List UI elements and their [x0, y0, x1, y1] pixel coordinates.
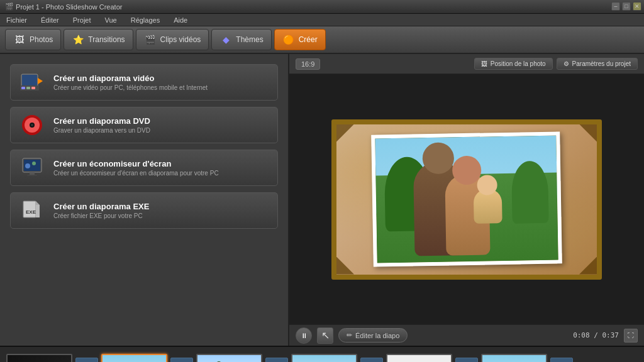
- pause-button[interactable]: ⏸: [296, 327, 312, 344]
- menubar: Fichier Éditer Projet Vue Réglages Aide: [0, 14, 644, 26]
- create-screensaver-title: Créer un économiseur d'écran: [53, 159, 219, 168]
- create-dvd-desc: Graver un diaporama vers un DVD: [53, 127, 150, 134]
- transition-6-7[interactable]: ↔ 2.0: [550, 358, 573, 362]
- monitor-icon: [19, 156, 45, 179]
- create-exe-option[interactable]: EXE Créer un diaporama EXE Créer fichier…: [10, 192, 278, 229]
- transition-4-5[interactable]: ↔ 2.0: [360, 358, 383, 362]
- head-dad: [422, 142, 454, 174]
- toolbar-themes-label: Thèmes: [236, 35, 263, 44]
- svg-point-16: [32, 162, 36, 165]
- film-thumb-3[interactable]: [196, 354, 262, 363]
- create-screensaver-text: Créer un économiseur d'écran Créer un éc…: [53, 159, 219, 177]
- film-item-6: 6 ★ T 3.0: [481, 354, 547, 363]
- create-screensaver-option[interactable]: Créer un économiseur d'écran Créer un éc…: [10, 150, 278, 186]
- photos-icon: 🖼: [13, 33, 26, 46]
- toolbar-photos-button[interactable]: 🖼 Photos: [5, 29, 61, 50]
- menu-fichier[interactable]: Fichier: [4, 15, 30, 25]
- titlebar: 🎬 Projet 1 - Photo Slideshow Creator – □…: [0, 0, 644, 14]
- creer-icon: 🟠: [282, 33, 295, 46]
- transition-3-4[interactable]: ↔ 2.0: [265, 358, 288, 362]
- cursor-button[interactable]: ↖: [317, 327, 333, 344]
- toolbar-clips-label: Clips vidéos: [160, 35, 201, 44]
- time-display: 0:08 / 0:37: [573, 331, 619, 339]
- menu-projet[interactable]: Projet: [70, 15, 94, 25]
- create-dvd-option[interactable]: Créer un diaporama DVD Graver un diapora…: [10, 107, 278, 143]
- svg-point-15: [25, 163, 30, 168]
- create-exe-desc: Créer fichier EXE pour votre PC: [53, 212, 149, 219]
- svg-rect-4: [21, 87, 25, 89]
- svg-marker-2: [38, 78, 43, 84]
- menu-editer[interactable]: Éditer: [38, 15, 62, 25]
- toolbar-transitions-button[interactable]: ⭐ Transitions: [64, 29, 133, 50]
- right-panel: 16:9 🖼 Position de la photo ⚙ Paramètres…: [289, 54, 644, 346]
- close-button[interactable]: ✕: [633, 2, 641, 11]
- create-video-text: Créer un diaporama vidéo Créer une vidéo…: [53, 74, 208, 91]
- person-baby: [474, 189, 502, 224]
- main-area: Créer un diaporama vidéo Créer une vidéo…: [0, 54, 644, 346]
- exe-icon: EXE: [19, 199, 45, 222]
- create-exe-title: Créer un diaporama EXE: [53, 202, 149, 211]
- preview-actions: 🖼 Position de la photo ⚙ Paramètres du p…: [474, 58, 638, 70]
- film-thumb-1[interactable]: [6, 354, 72, 363]
- svg-text:EXE: EXE: [26, 209, 36, 215]
- ratio-badge: 16:9: [296, 58, 320, 70]
- head-baby: [477, 175, 497, 195]
- create-dvd-title: Créer un diaporama DVD: [53, 116, 150, 126]
- menu-vue[interactable]: Vue: [103, 15, 119, 25]
- toolbar-themes-button[interactable]: ◆ Thèmes: [211, 29, 271, 50]
- film-item-5: 5 ★ T 3.0: [386, 354, 452, 363]
- film-item-3: 3 ★ T 3.0: [196, 354, 262, 363]
- maximize-button[interactable]: □: [622, 2, 631, 11]
- toolbar-transitions-label: Transitions: [88, 35, 125, 44]
- photo-position-button[interactable]: 🖼 Position de la photo: [474, 58, 553, 70]
- create-video-option[interactable]: Créer un diaporama vidéo Créer une vidéo…: [10, 64, 278, 101]
- toolbar: 🖼 Photos ⭐ Transitions 🎬 Clips vidéos ◆ …: [0, 26, 644, 54]
- toolbar-creer-button[interactable]: 🟠 Créer: [274, 29, 326, 50]
- preview-photo: [371, 131, 562, 266]
- toolbar-creer-label: Créer: [299, 35, 318, 44]
- svg-marker-18: [36, 201, 40, 205]
- menu-reglages[interactable]: Réglages: [128, 15, 162, 25]
- film-item-2: 2 ★ T 3.0: [101, 354, 167, 363]
- clips-icon: 🎬: [144, 33, 157, 46]
- titlebar-controls: – □ ✕: [611, 2, 641, 11]
- project-params-label: Paramètres du projet: [572, 60, 631, 67]
- svg-rect-6: [31, 87, 35, 89]
- svg-rect-5: [26, 87, 30, 89]
- photo-position-icon: 🖼: [481, 60, 487, 67]
- transition-2-3[interactable]: ↔ 2.0: [170, 358, 193, 362]
- left-panel: Créer un diaporama vidéo Créer une vidéo…: [0, 54, 289, 346]
- photo-position-label: Position de la photo: [491, 60, 546, 67]
- project-params-button[interactable]: ⚙ Paramètres du projet: [557, 58, 638, 70]
- film-thumb-6[interactable]: [481, 354, 547, 363]
- minimize-button[interactable]: –: [611, 2, 620, 11]
- create-video-title: Créer un diaporama vidéo: [53, 74, 208, 83]
- family-scene: [375, 136, 558, 263]
- photo-frame: [331, 119, 602, 280]
- dvd-icon: [19, 114, 45, 136]
- edit-diapo-label: Éditer la diapo: [355, 332, 399, 339]
- menu-aide[interactable]: Aide: [171, 15, 190, 25]
- create-screensaver-desc: Créer un économiseur d'écran en diaporam…: [53, 170, 219, 177]
- time-total: 0:37: [602, 331, 619, 339]
- time-separator: /: [594, 331, 602, 339]
- edit-diapo-button[interactable]: ✏ Éditer la diapo: [338, 328, 408, 343]
- transition-1-2[interactable]: ↔ 2.0: [75, 358, 98, 362]
- photo-frame-inner: [336, 124, 597, 275]
- svg-rect-13: [30, 172, 35, 175]
- create-dvd-text: Créer un diaporama DVD Graver un diapora…: [53, 116, 150, 134]
- transition-5-6[interactable]: ↔ 2.0: [455, 358, 478, 362]
- film-thumb-2[interactable]: [101, 354, 167, 363]
- svg-rect-19: [36, 205, 40, 217]
- svg-rect-14: [27, 175, 37, 176]
- film-thumb-5[interactable]: [386, 354, 452, 363]
- transitions-icon: ⭐: [72, 33, 84, 46]
- playback-bar: ⏸ ↖ ✏ Éditer la diapo 0:08 / 0:37 ⛶: [289, 324, 644, 346]
- svg-point-10: [31, 124, 33, 126]
- filmstrip: 1 ★ T 5.0 ↔ 2.0 2 ★ T 3.0 ↔: [0, 346, 644, 362]
- toolbar-clips-button[interactable]: 🎬 Clips vidéos: [136, 29, 209, 50]
- fullscreen-button[interactable]: ⛶: [624, 329, 638, 343]
- film-thumb-4[interactable]: [291, 354, 357, 363]
- themes-icon: ◆: [219, 33, 232, 46]
- preview-area: [289, 74, 644, 324]
